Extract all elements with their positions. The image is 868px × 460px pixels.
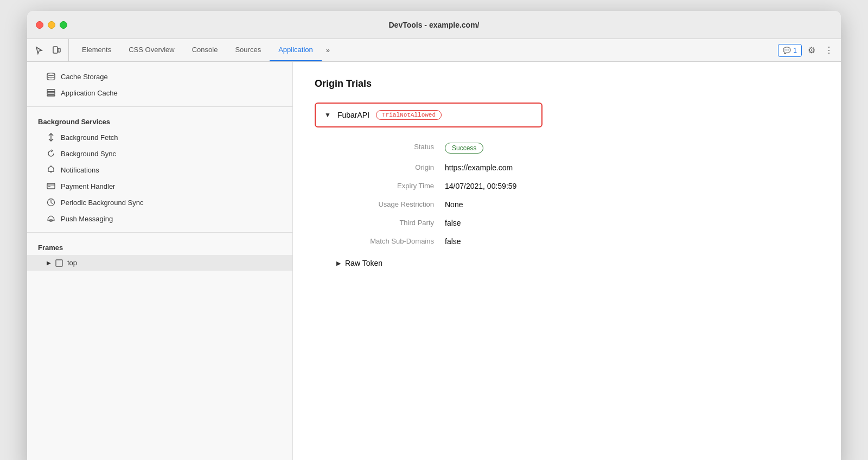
devtools-window: DevTools - example.com/ Elements CSS Ove… xyxy=(27,11,841,460)
payment-handler-icon xyxy=(47,182,55,190)
raw-token-label: Raw Token xyxy=(345,259,382,267)
usage-restriction-label: Usage Restriction xyxy=(336,200,445,209)
frame-expand-icon: ▶ xyxy=(47,260,51,266)
third-party-label: Third Party xyxy=(336,219,445,227)
svg-rect-0 xyxy=(53,47,58,53)
tab-elements[interactable]: Elements xyxy=(73,39,120,61)
svg-rect-1 xyxy=(58,48,60,52)
tab-css-overview[interactable]: CSS Overview xyxy=(120,39,183,61)
window-title: DevTools - example.com/ xyxy=(388,21,479,29)
content-area: Origin Trials ▼ FubarAPI TrialNotAllowed… xyxy=(293,62,841,460)
expiry-time-label: Expiry Time xyxy=(336,182,445,190)
background-fetch-icon xyxy=(47,133,55,142)
more-tabs-button[interactable]: » xyxy=(322,39,334,61)
expiry-time-value: 14/07/2021, 00:59:59 xyxy=(445,182,819,190)
fubar-api-chevron-icon: ▼ xyxy=(324,111,331,119)
cursor-tool-icon[interactable] xyxy=(31,43,47,58)
svg-rect-9 xyxy=(48,187,50,188)
sidebar-item-cache-storage[interactable]: Cache Storage xyxy=(27,68,292,85)
sidebar-item-top-frame[interactable]: ▶ top xyxy=(27,255,292,271)
svg-rect-4 xyxy=(47,92,55,94)
push-messaging-icon xyxy=(47,214,55,223)
close-button[interactable] xyxy=(36,21,43,29)
traffic-lights xyxy=(36,21,67,29)
messages-badge-button[interactable]: 💬 1 xyxy=(778,44,802,57)
message-icon: 💬 xyxy=(783,47,791,54)
svg-rect-3 xyxy=(47,90,55,92)
tabs: Elements CSS Overview Console Sources Ap… xyxy=(73,39,778,61)
frame-icon xyxy=(55,259,63,267)
raw-token-chevron-icon: ▶ xyxy=(336,260,341,267)
svg-rect-7 xyxy=(47,183,55,189)
page-title: Origin Trials xyxy=(315,78,819,90)
third-party-value: false xyxy=(445,219,819,227)
message-count: 1 xyxy=(793,47,797,54)
sidebar-item-periodic-background-sync[interactable]: Periodic Background Sync xyxy=(27,194,292,210)
tab-console[interactable]: Console xyxy=(183,39,227,61)
sidebar-item-push-messaging[interactable]: Push Messaging xyxy=(27,210,292,227)
details-table: Status Success Origin https://example.co… xyxy=(336,143,819,246)
origin-value: https://example.com xyxy=(445,163,819,172)
tab-application[interactable]: Application xyxy=(270,39,322,61)
sidebar-item-application-cache[interactable]: Application Cache xyxy=(27,85,292,101)
match-sub-domains-label: Match Sub-Domains xyxy=(336,237,445,246)
svg-rect-14 xyxy=(56,260,62,266)
usage-restriction-value: None xyxy=(445,200,819,209)
background-services-header: Background Services xyxy=(27,112,292,129)
svg-line-12 xyxy=(51,203,53,204)
tab-sources[interactable]: Sources xyxy=(226,39,270,61)
application-cache-icon xyxy=(47,88,55,97)
sidebar-item-payment-handler[interactable]: Payment Handler xyxy=(27,178,292,194)
background-sync-icon xyxy=(47,149,55,158)
main-layout: Cache Storage Application Cache Backgrou… xyxy=(27,62,841,460)
notifications-icon xyxy=(47,165,55,174)
settings-icon[interactable]: ⚙ xyxy=(804,43,819,58)
frame-label: top xyxy=(67,259,77,267)
frames-header: Frames xyxy=(27,238,292,255)
sidebar-item-background-sync[interactable]: Background Sync xyxy=(27,145,292,162)
fubar-api-row[interactable]: ▼ FubarAPI TrialNotAllowed xyxy=(315,103,542,127)
sidebar-divider-1 xyxy=(27,106,292,107)
match-sub-domains-value: false xyxy=(445,237,819,246)
minimize-button[interactable] xyxy=(48,21,55,29)
sidebar-item-notifications[interactable]: Notifications xyxy=(27,162,292,178)
raw-token-row[interactable]: ▶ Raw Token xyxy=(336,259,819,267)
tabbar-right: 💬 1 ⚙ ⋮ xyxy=(778,39,837,61)
sidebar-divider-2 xyxy=(27,232,292,233)
maximize-button[interactable] xyxy=(60,21,67,29)
tabbar: Elements CSS Overview Console Sources Ap… xyxy=(27,39,841,62)
periodic-background-sync-icon xyxy=(47,198,55,207)
sidebar: Cache Storage Application Cache Backgrou… xyxy=(27,62,293,460)
origin-label: Origin xyxy=(336,163,445,172)
status-badge: Success xyxy=(445,143,483,154)
more-options-icon[interactable]: ⋮ xyxy=(821,43,837,58)
device-tool-icon[interactable] xyxy=(49,43,64,58)
svg-point-2 xyxy=(47,73,55,76)
titlebar: DevTools - example.com/ xyxy=(27,11,841,39)
cache-storage-icon xyxy=(47,72,55,81)
status-label: Status xyxy=(336,143,445,154)
tabbar-tools xyxy=(31,39,69,61)
status-value: Success xyxy=(445,143,819,154)
trial-not-allowed-badge: TrialNotAllowed xyxy=(376,110,442,120)
svg-rect-5 xyxy=(47,95,55,96)
sidebar-item-background-fetch[interactable]: Background Fetch xyxy=(27,129,292,145)
fubar-api-name: FubarAPI xyxy=(337,111,369,119)
